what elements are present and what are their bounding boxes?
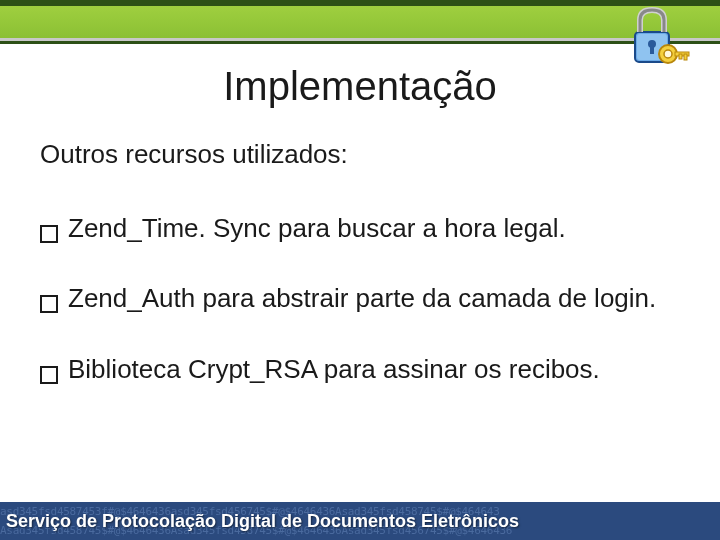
checkbox-icon	[40, 216, 58, 252]
svg-rect-10	[41, 296, 57, 312]
bullet-item: Zend_Auth para abstrair parte da camada …	[40, 280, 680, 322]
svg-rect-11	[41, 367, 57, 383]
bullet-text: Zend_Time. Sync para buscar a hora legal…	[68, 210, 680, 246]
svg-rect-3	[650, 44, 654, 54]
footer-title: Serviço de Protocolação Digital de Docum…	[6, 502, 519, 540]
footer-bar: asd345fsd4587453f#@$4646436asd345fsd4567…	[0, 502, 720, 540]
subtitle: Outros recursos utilizados:	[40, 139, 680, 170]
bullet-item: Zend_Time. Sync para buscar a hora legal…	[40, 210, 680, 252]
svg-rect-8	[679, 54, 682, 59]
bullet-text: Zend_Auth para abstrair parte da camada …	[68, 280, 680, 316]
bullet-text: Biblioteca Crypt_RSA para assinar os rec…	[68, 351, 680, 387]
padlock-key-icon	[620, 2, 690, 76]
header-bar	[0, 0, 720, 44]
checkbox-icon	[40, 286, 58, 322]
svg-rect-7	[684, 54, 687, 60]
content-area: Outros recursos utilizados: Zend_Time. S…	[0, 139, 720, 393]
checkbox-icon	[40, 357, 58, 393]
slide-title: Implementação	[0, 64, 720, 109]
bullet-item: Biblioteca Crypt_RSA para assinar os rec…	[40, 351, 680, 393]
svg-point-5	[664, 50, 672, 58]
svg-rect-9	[41, 226, 57, 242]
